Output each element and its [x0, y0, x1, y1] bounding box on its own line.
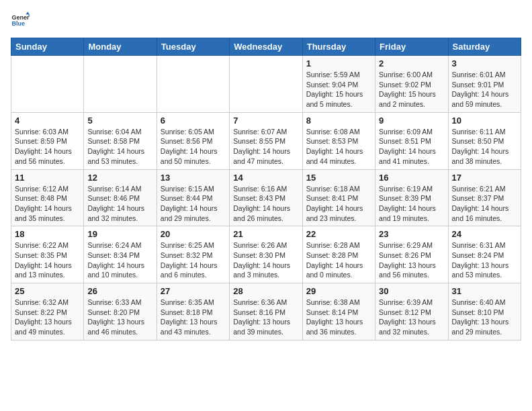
day-number: 10: [452, 116, 517, 126]
day-info: Sunrise: 6:31 AM Sunset: 8:24 PM Dayligh…: [452, 240, 517, 280]
calendar-cell: 2Sunrise: 6:00 AM Sunset: 9:02 PM Daylig…: [375, 56, 448, 113]
day-info: Sunrise: 6:33 AM Sunset: 8:20 PM Dayligh…: [87, 298, 152, 337]
calendar-cell: [230, 56, 302, 113]
calendar-cell: 7Sunrise: 6:07 AM Sunset: 8:55 PM Daylig…: [230, 112, 302, 169]
calendar-cell: 27Sunrise: 6:35 AM Sunset: 8:18 PM Dayli…: [157, 283, 229, 340]
day-number: 3: [452, 58, 517, 68]
calendar-cell: 24Sunrise: 6:31 AM Sunset: 8:24 PM Dayli…: [448, 226, 521, 283]
svg-text:Blue: Blue: [11, 20, 25, 27]
col-header-monday: Monday: [84, 38, 157, 56]
col-header-saturday: Saturday: [448, 38, 521, 56]
day-info: Sunrise: 6:22 AM Sunset: 8:35 PM Dayligh…: [15, 240, 80, 280]
col-header-wednesday: Wednesday: [230, 38, 302, 56]
day-number: 21: [233, 229, 298, 239]
day-number: 4: [15, 116, 80, 126]
day-number: 5: [87, 116, 152, 126]
calendar-cell: 9Sunrise: 6:09 AM Sunset: 8:51 PM Daylig…: [375, 112, 448, 169]
day-info: Sunrise: 6:39 AM Sunset: 8:12 PM Dayligh…: [379, 298, 444, 337]
day-number: 13: [161, 173, 226, 183]
calendar-cell: 30Sunrise: 6:39 AM Sunset: 8:12 PM Dayli…: [375, 283, 448, 340]
calendar-header-row: SundayMondayTuesdayWednesdayThursdayFrid…: [11, 38, 521, 56]
calendar-cell: 12Sunrise: 6:14 AM Sunset: 8:46 PM Dayli…: [84, 169, 157, 226]
day-number: 9: [379, 116, 444, 126]
day-info: Sunrise: 5:59 AM Sunset: 9:04 PM Dayligh…: [306, 70, 371, 109]
calendar-cell: [84, 56, 157, 113]
day-number: 11: [15, 173, 80, 183]
day-info: Sunrise: 6:36 AM Sunset: 8:16 PM Dayligh…: [233, 298, 298, 337]
day-info: Sunrise: 6:24 AM Sunset: 8:34 PM Dayligh…: [87, 240, 152, 280]
calendar-cell: 13Sunrise: 6:15 AM Sunset: 8:44 PM Dayli…: [157, 169, 229, 226]
day-number: 27: [161, 286, 226, 296]
calendar-cell: 19Sunrise: 6:24 AM Sunset: 8:34 PM Dayli…: [84, 226, 157, 283]
col-header-tuesday: Tuesday: [157, 38, 229, 56]
calendar-cell: 31Sunrise: 6:40 AM Sunset: 8:10 PM Dayli…: [448, 283, 521, 340]
calendar-week-row: 1Sunrise: 5:59 AM Sunset: 9:04 PM Daylig…: [11, 56, 521, 113]
day-info: Sunrise: 6:01 AM Sunset: 9:01 PM Dayligh…: [452, 70, 517, 109]
calendar-cell: 25Sunrise: 6:32 AM Sunset: 8:22 PM Dayli…: [11, 283, 84, 340]
day-number: 28: [233, 286, 298, 296]
day-number: 23: [379, 229, 444, 239]
day-number: 24: [452, 229, 517, 239]
calendar-cell: 8Sunrise: 6:08 AM Sunset: 8:53 PM Daylig…: [302, 112, 375, 169]
day-info: Sunrise: 6:16 AM Sunset: 8:43 PM Dayligh…: [233, 184, 298, 224]
day-number: 22: [306, 229, 371, 239]
calendar-cell: 4Sunrise: 6:03 AM Sunset: 8:59 PM Daylig…: [11, 112, 84, 169]
day-number: 29: [306, 286, 371, 296]
calendar-week-row: 25Sunrise: 6:32 AM Sunset: 8:22 PM Dayli…: [11, 283, 521, 340]
day-number: 6: [161, 116, 226, 126]
calendar-table: SundayMondayTuesdayWednesdayThursdayFrid…: [11, 38, 521, 340]
day-info: Sunrise: 6:18 AM Sunset: 8:41 PM Dayligh…: [306, 184, 371, 224]
day-info: Sunrise: 6:11 AM Sunset: 8:50 PM Dayligh…: [452, 127, 517, 167]
calendar-cell: 18Sunrise: 6:22 AM Sunset: 8:35 PM Dayli…: [11, 226, 84, 283]
calendar-week-row: 18Sunrise: 6:22 AM Sunset: 8:35 PM Dayli…: [11, 226, 521, 283]
day-info: Sunrise: 6:32 AM Sunset: 8:22 PM Dayligh…: [15, 298, 80, 337]
day-number: 2: [379, 58, 444, 68]
day-info: Sunrise: 6:00 AM Sunset: 9:02 PM Dayligh…: [379, 70, 444, 109]
calendar-cell: 21Sunrise: 6:26 AM Sunset: 8:30 PM Dayli…: [230, 226, 302, 283]
day-info: Sunrise: 6:14 AM Sunset: 8:46 PM Dayligh…: [87, 184, 152, 224]
day-number: 1: [306, 58, 371, 68]
day-info: Sunrise: 6:29 AM Sunset: 8:26 PM Dayligh…: [379, 240, 444, 280]
calendar-cell: 16Sunrise: 6:19 AM Sunset: 8:39 PM Dayli…: [375, 169, 448, 226]
day-number: 20: [161, 229, 226, 239]
day-number: 30: [379, 286, 444, 296]
calendar-cell: 22Sunrise: 6:28 AM Sunset: 8:28 PM Dayli…: [302, 226, 375, 283]
calendar-cell: [157, 56, 229, 113]
day-number: 8: [306, 116, 371, 126]
day-info: Sunrise: 6:05 AM Sunset: 8:56 PM Dayligh…: [161, 127, 226, 167]
day-number: 19: [87, 229, 152, 239]
day-number: 14: [233, 173, 298, 183]
calendar-cell: 3Sunrise: 6:01 AM Sunset: 9:01 PM Daylig…: [448, 56, 521, 113]
calendar-cell: 26Sunrise: 6:33 AM Sunset: 8:20 PM Dayli…: [84, 283, 157, 340]
calendar-week-row: 4Sunrise: 6:03 AM Sunset: 8:59 PM Daylig…: [11, 112, 521, 169]
calendar-cell: 14Sunrise: 6:16 AM Sunset: 8:43 PM Dayli…: [230, 169, 302, 226]
day-number: 7: [233, 116, 298, 126]
col-header-sunday: Sunday: [11, 38, 84, 56]
calendar-cell: 17Sunrise: 6:21 AM Sunset: 8:37 PM Dayli…: [448, 169, 521, 226]
calendar-cell: 10Sunrise: 6:11 AM Sunset: 8:50 PM Dayli…: [448, 112, 521, 169]
day-info: Sunrise: 6:03 AM Sunset: 8:59 PM Dayligh…: [15, 127, 80, 167]
svg-marker-2: [26, 11, 30, 14]
day-number: 18: [15, 229, 80, 239]
calendar-cell: 15Sunrise: 6:18 AM Sunset: 8:41 PM Dayli…: [302, 169, 375, 226]
logo-icon: General Blue: [11, 11, 30, 30]
day-number: 16: [379, 173, 444, 183]
day-info: Sunrise: 6:07 AM Sunset: 8:55 PM Dayligh…: [233, 127, 298, 167]
page-header: General Blue: [11, 11, 521, 30]
calendar-cell: 23Sunrise: 6:29 AM Sunset: 8:26 PM Dayli…: [375, 226, 448, 283]
day-info: Sunrise: 6:28 AM Sunset: 8:28 PM Dayligh…: [306, 240, 371, 280]
day-info: Sunrise: 6:08 AM Sunset: 8:53 PM Dayligh…: [306, 127, 371, 167]
day-info: Sunrise: 6:04 AM Sunset: 8:58 PM Dayligh…: [87, 127, 152, 167]
calendar-cell: 28Sunrise: 6:36 AM Sunset: 8:16 PM Dayli…: [230, 283, 302, 340]
day-info: Sunrise: 6:35 AM Sunset: 8:18 PM Dayligh…: [161, 298, 226, 337]
calendar-cell: 29Sunrise: 6:38 AM Sunset: 8:14 PM Dayli…: [302, 283, 375, 340]
day-info: Sunrise: 6:21 AM Sunset: 8:37 PM Dayligh…: [452, 184, 517, 224]
day-number: 25: [15, 286, 80, 296]
day-info: Sunrise: 6:26 AM Sunset: 8:30 PM Dayligh…: [233, 240, 298, 280]
logo: General Blue: [11, 11, 32, 30]
col-header-thursday: Thursday: [302, 38, 375, 56]
day-info: Sunrise: 6:25 AM Sunset: 8:32 PM Dayligh…: [161, 240, 226, 280]
svg-text:General: General: [11, 14, 30, 21]
day-number: 12: [87, 173, 152, 183]
calendar-cell: 6Sunrise: 6:05 AM Sunset: 8:56 PM Daylig…: [157, 112, 229, 169]
